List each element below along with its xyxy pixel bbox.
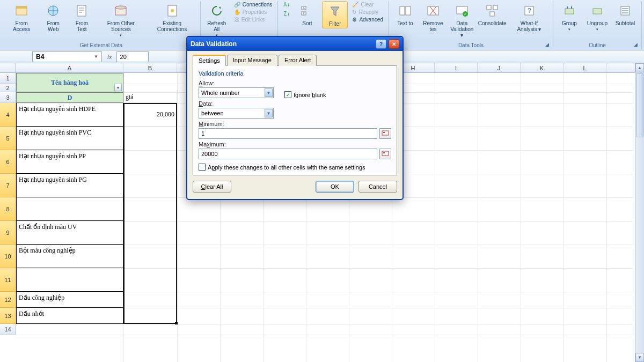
consolidate-button[interactable]: Consolidate [478,1,507,39]
cell-A4[interactable]: Hạt nhựa nguyên sinh HDPE [16,103,123,127]
text-icon [73,2,90,19]
cell-A5[interactable]: Hạt nhựa nguyên sinh PVC [16,127,123,150]
row-headers: 1234567891011121314 [0,73,16,362]
cell-A6[interactable]: Hạt nhựa nguyên sinh PP [16,150,123,174]
web-icon [45,2,62,19]
svg-text:Z: Z [303,12,305,15]
clear-all-button[interactable]: Clear All [193,181,231,193]
remove-duplicates-button[interactable]: Removetes [420,1,446,39]
help-button[interactable]: ? [376,39,386,49]
data-validation-button[interactable]: ✓DataValidation ▾ [448,1,476,39]
col-header-J[interactable]: J [478,63,521,72]
tab-input-message[interactable]: Input Message [227,55,277,66]
from-access-button[interactable]: From Access [5,1,38,39]
vertical-scrollbar[interactable]: ▲ ▼ [635,63,644,362]
edit-links-small-button[interactable]: ⛓Edit Links [232,16,275,23]
text-to-columns-button[interactable]: Text to [392,1,418,39]
from-other-sources-button[interactable]: From Other Sources▾ [97,1,145,39]
ignore-blank-checkbox[interactable]: ✓ [284,91,291,98]
reapply-icon: ↻ [352,9,356,15]
dialog-launcher-icon[interactable]: ◢ [545,42,552,48]
ok-button[interactable]: OK [316,181,354,193]
svg-rect-29 [383,152,385,153]
row-header-12[interactable]: 12 [0,292,16,308]
refedit-collapse-button[interactable] [379,128,391,139]
row-header-14[interactable]: 14 [0,324,16,335]
col-header-K[interactable]: K [521,63,564,72]
reapply-button[interactable]: ↻Reapply [350,9,385,16]
refedit-collapse-button[interactable] [379,149,391,159]
cell-A12[interactable]: Dầu công nghiệp [16,292,123,308]
sort-desc-icon: Z↓ [283,11,290,17]
dialog-titlebar[interactable]: Data Validation ? ✕ [187,37,402,51]
row-header-10[interactable]: 10 [0,245,16,268]
cell-A11[interactable] [16,268,123,292]
what-if-button[interactable]: ?What-If Analysis ▾ [509,1,550,39]
cell-A3[interactable]: D [16,92,123,103]
ribbon-group-data-tools: Text to Removetes ✓DataValidation ▾ Cons… [389,1,553,49]
sort-desc-button[interactable]: Z↓ [281,10,292,17]
cell-A13[interactable]: Dầu nhớt [16,308,123,324]
ribbon-group-get-external-data: From Access From Web From Text From Othe… [2,1,201,49]
tab-error-alert[interactable]: Error Alert [279,55,317,66]
cell-B4[interactable]: 20,000 [123,103,177,127]
cell-A7[interactable]: Hạt nhựa nguyên sinh PG [16,174,123,197]
existing-connections-button[interactable]: Existing Connections [147,1,196,39]
subtotal-button[interactable]: Subtotal [612,1,638,33]
connections-small-button[interactable]: 🔗Connections [232,1,275,8]
row-header-11[interactable]: 11 [0,268,16,292]
refresh-all-button[interactable]: Refresh All▾ [204,1,230,39]
cancel-button[interactable]: Cancel [358,181,397,193]
row-header-9[interactable]: 9 [0,221,16,245]
dialog-launcher-icon[interactable]: ◢ [634,42,640,48]
col-header-A[interactable]: A [16,63,123,72]
properties-small-button[interactable]: ✋Properties [232,9,275,16]
col-header-L[interactable]: L [564,63,606,72]
advanced-button[interactable]: ⚙Advanced [350,16,385,23]
cell-A9[interactable]: Chất ổn định màu UV [16,221,123,245]
maximum-input[interactable]: 20000 [199,149,377,159]
ungroup-button[interactable]: Ungroup▾ [584,1,610,33]
row-header-4[interactable]: 4 [0,103,16,127]
cell-B3[interactable]: giá [123,92,177,103]
select-all-corner[interactable] [0,63,16,72]
ungroup-icon [589,2,606,19]
filter-dropdown-icon[interactable]: ▼ [114,84,122,91]
row-header-1[interactable]: 1 [0,73,16,84]
data-combo[interactable]: between▼ [199,108,274,119]
col-header-B[interactable]: B [123,63,177,72]
sort-asc-button[interactable]: A↓ [281,1,292,8]
scroll-thumb[interactable] [636,73,643,137]
close-button[interactable]: ✕ [389,39,399,49]
svg-rect-27 [383,132,385,133]
cell-A1[interactable]: Tên hàng hoá▼ [16,73,123,92]
sort-button[interactable]: AZSort [294,1,320,28]
formula-input[interactable]: 20 [116,51,149,62]
row-header-13[interactable]: 13 [0,308,16,324]
name-box[interactable]: B4▼ [32,51,102,62]
svg-rect-26 [382,131,389,135]
scroll-down-button[interactable]: ▼ [635,353,644,362]
row-header-3[interactable]: 3 [0,92,16,103]
group-icon [561,2,578,19]
row-header-7[interactable]: 7 [0,174,16,197]
tab-settings[interactable]: Settings [193,55,226,66]
cell-A10[interactable]: Bột màu công nghiệp [16,245,123,268]
from-text-button[interactable]: From Text [69,1,94,39]
apply-changes-checkbox[interactable]: ✓ [199,164,206,171]
fx-icon[interactable]: fx [107,54,112,60]
allow-combo[interactable]: Whole number▼ [199,87,274,98]
row-header-8[interactable]: 8 [0,197,16,221]
row-header-6[interactable]: 6 [0,150,16,174]
scroll-up-button[interactable]: ▲ [635,63,644,72]
row-header-2[interactable]: 2 [0,84,16,92]
cell-A8[interactable] [16,197,123,221]
from-web-button[interactable]: From Web [40,1,67,39]
group-button[interactable]: Group▾ [557,1,582,33]
row-header-5[interactable]: 5 [0,127,16,150]
selection-range [123,103,177,324]
filter-button[interactable]: Filter [322,1,348,28]
minimum-input[interactable]: 1 [199,128,377,139]
clear-button[interactable]: 🧹Clear [350,1,385,8]
col-header-I[interactable]: I [435,63,478,72]
